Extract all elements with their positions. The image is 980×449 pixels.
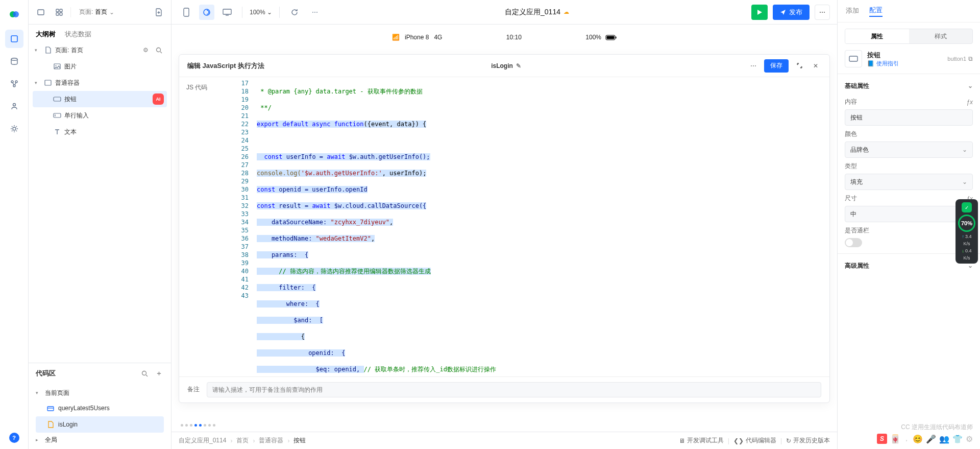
save-button[interactable]: 保存 bbox=[764, 59, 789, 73]
zoom-selector[interactable]: 100% ⌄ bbox=[250, 9, 272, 16]
svg-rect-12 bbox=[56, 13, 59, 15]
refresh-icon[interactable] bbox=[287, 5, 302, 20]
fullwidth-toggle[interactable] bbox=[845, 238, 862, 247]
component-name: 按钮 bbox=[867, 51, 899, 60]
watermark: S 🀄，😊🎤👥👕⚙ bbox=[877, 434, 973, 444]
seg-style[interactable]: 样式 bbox=[909, 29, 973, 43]
code-item-label: queryLatest5Users bbox=[58, 405, 110, 412]
svg-point-5 bbox=[15, 81, 17, 83]
section-basic[interactable]: 基础属性⌄ bbox=[845, 78, 973, 93]
code-item-islogin[interactable]: isLogin bbox=[36, 416, 164, 433]
logo-icon[interactable] bbox=[8, 8, 20, 20]
foot-link-code[interactable]: ❮❯代码编辑器 bbox=[733, 436, 776, 445]
input-icon bbox=[53, 111, 61, 120]
rp-tab-add[interactable]: 添加 bbox=[846, 6, 859, 16]
search-icon[interactable] bbox=[139, 368, 150, 379]
size-select[interactable]: 中⌄ bbox=[845, 206, 973, 222]
foot-link-debug[interactable]: 🖥开发调试工具 bbox=[679, 436, 724, 445]
page-selector[interactable]: 页面: 首页 ⌄ bbox=[75, 6, 118, 18]
code-section-current[interactable]: ▾当前页面 bbox=[36, 386, 164, 400]
code-editor-panel: 编辑 JavaScript 执行方法 isLogin✎ ⋯ 保存 ✕ JS 代码… bbox=[179, 54, 830, 403]
device-desktop-icon[interactable] bbox=[219, 5, 235, 20]
svg-point-8 bbox=[13, 127, 16, 130]
search-icon[interactable] bbox=[154, 45, 164, 55]
caret-down-icon: ▾ bbox=[35, 48, 41, 53]
fx-icon[interactable]: ƒx bbox=[966, 99, 973, 106]
image-icon bbox=[53, 62, 61, 70]
tree-item-text[interactable]: 文本 bbox=[33, 124, 167, 140]
edit-icon[interactable]: ✎ bbox=[516, 62, 521, 69]
tree-label: 图片 bbox=[64, 62, 164, 71]
text-icon bbox=[53, 128, 61, 136]
crumb[interactable]: 自定义应用_0114 bbox=[179, 436, 226, 445]
history-icon: ↻ bbox=[786, 437, 791, 444]
rail-components-icon[interactable] bbox=[5, 30, 23, 48]
code-section-global[interactable]: ▸全局 bbox=[36, 433, 164, 447]
code-zone: 代码区 ＋ ▾当前页面 queryLatest5Users isLogin ▸全… bbox=[29, 363, 171, 449]
tab-state[interactable]: 状态数据 bbox=[65, 30, 91, 39]
rail-users-icon[interactable] bbox=[5, 97, 23, 115]
type-select[interactable]: 填充⌄ bbox=[845, 174, 973, 190]
view-list-icon[interactable] bbox=[34, 5, 48, 19]
close-icon[interactable]: ✕ bbox=[810, 60, 821, 72]
button-icon bbox=[53, 95, 61, 103]
container-icon bbox=[44, 79, 52, 87]
help-icon[interactable]: ? bbox=[9, 433, 19, 443]
publish-button[interactable]: 发布 bbox=[773, 5, 810, 20]
pager-dots[interactable] bbox=[181, 424, 215, 427]
editor-fn-name: isLogin✎ bbox=[270, 62, 743, 69]
rp-tab-config[interactable]: 配置 bbox=[869, 6, 883, 17]
device-tablet-icon[interactable] bbox=[199, 5, 214, 20]
field-label: 是否通栏 bbox=[845, 226, 869, 235]
page-name: 首页 bbox=[95, 8, 107, 16]
code-editor[interactable]: 1718192021222324252627282930313233343536… bbox=[230, 77, 829, 376]
tree-page-row[interactable]: ▾ 页面: 首页 ⚙ bbox=[33, 42, 167, 58]
rail-workflow-icon[interactable] bbox=[5, 75, 23, 93]
overflow-icon[interactable]: ⋯ bbox=[815, 5, 830, 20]
rail-data-icon[interactable] bbox=[5, 52, 23, 70]
cloud-sync-icon: ☁ bbox=[564, 9, 569, 15]
rail-settings-icon[interactable] bbox=[5, 120, 23, 138]
seg-props[interactable]: 属性 bbox=[845, 29, 909, 43]
tab-outline[interactable]: 大纲树 bbox=[36, 30, 56, 39]
crumb[interactable]: 按钮 bbox=[293, 436, 306, 445]
field-label: 颜色 bbox=[845, 130, 857, 138]
view-grid-icon[interactable] bbox=[52, 5, 66, 19]
ai-badge-icon[interactable]: AI bbox=[153, 93, 164, 105]
svg-rect-19 bbox=[54, 113, 61, 117]
tree-item-input[interactable]: 单行输入 bbox=[33, 107, 167, 124]
guide-link[interactable]: 📘使用指引 bbox=[867, 60, 899, 67]
more-icon[interactable]: ⋯ bbox=[748, 60, 759, 72]
phone-time: 10:10 bbox=[506, 34, 522, 41]
svg-rect-13 bbox=[60, 13, 62, 15]
code-lines: * @param {any} data.target - 获取事件传参的数据 *… bbox=[254, 77, 829, 376]
watermark-text: CC 逆用生涯纸代码布道师 bbox=[901, 423, 973, 432]
run-button[interactable] bbox=[751, 5, 768, 20]
segment-control[interactable]: 属性 样式 bbox=[845, 29, 973, 44]
add-icon[interactable]: ＋ bbox=[154, 368, 164, 379]
foot-link-history[interactable]: ↻开发历史版本 bbox=[786, 436, 830, 445]
more-icon[interactable]: ⋯ bbox=[307, 5, 323, 20]
gear-icon[interactable]: ⚙ bbox=[140, 45, 151, 55]
perf-score: 70% bbox=[958, 215, 975, 232]
perf-widget[interactable]: ✓ 70% ↑3.4 K/s ↓0.4 K/s bbox=[955, 199, 978, 264]
note-input[interactable] bbox=[207, 382, 821, 397]
crumb[interactable]: 首页 bbox=[236, 436, 249, 445]
svg-point-7 bbox=[13, 104, 15, 106]
copy-icon[interactable]: ⧉ bbox=[968, 55, 973, 62]
code-item-query[interactable]: queryLatest5Users bbox=[36, 400, 164, 416]
expand-icon[interactable] bbox=[794, 60, 805, 72]
new-page-icon[interactable] bbox=[152, 5, 166, 19]
battery-icon bbox=[605, 35, 617, 40]
device-phone-icon[interactable] bbox=[179, 5, 194, 20]
crumb[interactable]: 普通容器 bbox=[259, 436, 283, 445]
svg-rect-11 bbox=[60, 9, 62, 12]
section-advanced[interactable]: 高级属性⌄ bbox=[845, 258, 973, 273]
content-input[interactable]: 按钮 bbox=[845, 109, 973, 126]
tree-item-image[interactable]: 图片 bbox=[33, 58, 167, 75]
monitor-icon: 🖥 bbox=[679, 437, 685, 444]
tree-item-button[interactable]: 按钮 AI bbox=[33, 91, 167, 107]
color-select[interactable]: 品牌色⌄ bbox=[845, 141, 973, 158]
tree-item-container[interactable]: ▾ 普通容器 bbox=[33, 75, 167, 91]
line-gutter: 1718192021222324252627282930313233343536… bbox=[230, 77, 254, 376]
